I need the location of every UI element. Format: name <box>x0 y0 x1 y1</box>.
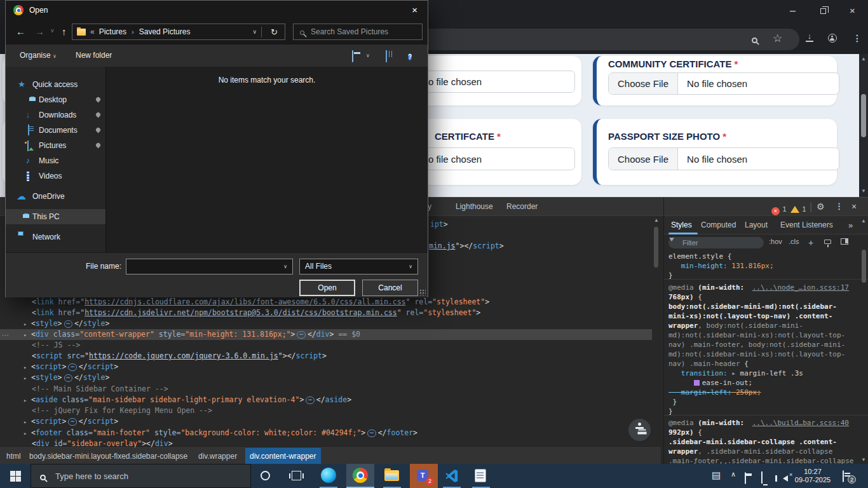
bookmark-star-icon[interactable]: ☆ <box>773 32 782 45</box>
scroll-up-icon[interactable]: ▲ <box>859 218 868 224</box>
clock[interactable]: 10:27 09-07-2025 <box>792 468 834 484</box>
code-line[interactable]: ▸<script>⋯</script> <box>0 362 652 372</box>
breadcrumb-body[interactable]: body.sidebar-mini.layout-fixed.sidebar-c… <box>29 452 187 461</box>
cls-toggle[interactable]: .cls <box>789 238 799 245</box>
style-line[interactable]: 768px) { <box>668 292 859 302</box>
error-icon[interactable]: × 1 <box>771 203 787 215</box>
code-line[interactable]: <script src="https://code.jquery.com/jqu… <box>0 351 652 362</box>
file-type-select[interactable]: All Files ∨ <box>299 259 418 274</box>
style-line[interactable]: 992px) { <box>668 428 859 437</box>
sidebar-item-onedrive[interactable]: ☁ OneDrive <box>6 189 105 204</box>
style-line[interactable]: @media (min-width:..\..\node_…ion.scss:1… <box>668 283 859 292</box>
view-dropdown-icon[interactable]: ∨ <box>366 53 370 58</box>
style-line[interactable]: nav) .main-footer, body:not(.sidebar-min… <box>668 340 859 349</box>
page-scrollbar[interactable]: ▲ ▼ <box>859 54 868 197</box>
file-list-area[interactable]: No items match your search. <box>105 67 428 252</box>
zoom-icon[interactable] <box>752 34 757 45</box>
style-line[interactable]: min-height: 131.816px; <box>668 261 859 271</box>
new-folder-button[interactable]: New folder <box>76 51 112 60</box>
code-line[interactable]: ▸<aside class="main-sidebar sidebar-ligh… <box>0 395 652 405</box>
choose-file-button[interactable]: Choose File <box>609 148 678 170</box>
code-line[interactable]: ▸<style>⋯</style> <box>0 372 652 383</box>
style-line[interactable]: nav) .main-header { <box>668 359 859 369</box>
tab-event-listeners[interactable]: Event Listeners <box>780 220 833 229</box>
devtools-menu-icon[interactable]: ⋮ <box>835 201 843 211</box>
style-line[interactable]: .sidebar-mini.sidebar-collapse .content- <box>668 437 859 447</box>
style-line[interactable]: body:not(.sidebar-mini-md):not(.sidebar- <box>668 302 859 311</box>
code-line[interactable]: <!-- JS --> <box>0 340 652 351</box>
network-icon[interactable] <box>761 472 763 484</box>
code-line[interactable]: ▸<script>⋯</script> <box>0 416 652 427</box>
styles-scrollbar-thumb[interactable] <box>862 250 866 283</box>
tab-layout[interactable]: Layout <box>745 220 768 229</box>
taskbar-chrome-icon[interactable] <box>346 464 374 488</box>
sidebar-item-desktop[interactable]: Desktop <box>6 92 105 107</box>
tab-lighthouse[interactable]: Lighthouse <box>456 202 493 211</box>
scroll-down-icon[interactable]: ▼ <box>859 188 868 194</box>
file-input-community[interactable]: Choose File No file chosen <box>608 72 839 95</box>
battery-icon[interactable] <box>745 473 746 484</box>
breadcrumb-bar[interactable]: « Pictures › Saved Pictures ∨ ↻ <box>72 24 285 40</box>
view-mode-icon[interactable] <box>352 50 353 62</box>
new-style-rule-icon[interactable]: + <box>808 238 813 248</box>
browser-menu-icon[interactable]: ⋮ <box>853 33 862 43</box>
breadcrumb-dropdown-icon[interactable]: ∨ <box>252 29 257 35</box>
window-close-button[interactable]: × <box>850 6 855 15</box>
breadcrumb-wrapper[interactable]: div.wrapper <box>198 452 237 461</box>
sidebar-toggle-icon[interactable] <box>841 238 848 245</box>
sidebar-item-network[interactable]: Network <box>6 229 105 245</box>
devtools-settings-icon[interactable]: ⚙ <box>817 201 825 212</box>
code-line-selected[interactable]: ▸<div class="content-wrapper" style="min… <box>0 329 652 340</box>
style-line[interactable]: mini-xs):not(.layout-top-nav) .content- <box>668 311 859 321</box>
breadcrumb-pictures[interactable]: Pictures <box>99 27 126 36</box>
action-center-icon[interactable]: 2 <box>843 471 844 482</box>
styles-filter-input[interactable]: Filter <box>668 237 764 248</box>
profile-icon[interactable] <box>828 34 837 45</box>
breadcrumb-guillemet[interactable]: « <box>90 27 95 36</box>
warning-icon[interactable]: 1 <box>790 203 806 214</box>
sidebar-item-videos[interactable]: Videos <box>6 168 105 184</box>
taskbar-explorer-icon[interactable] <box>378 464 406 488</box>
style-line[interactable]: element.style { <box>668 252 859 261</box>
code-line[interactable]: <link href="https://cdnjs.cloudflare.com… <box>0 297 652 308</box>
style-line[interactable]: } <box>668 397 859 407</box>
sidebar-item-quick-access[interactable]: ★ Quick access <box>6 77 105 92</box>
tray-expand-icon[interactable]: ∧ <box>731 470 736 478</box>
style-line[interactable]: @media (min-width:..\..\build…bar.scss:4… <box>668 418 859 428</box>
window-restore-button[interactable] <box>820 8 826 14</box>
style-line[interactable]: wrapper, body:not(.sidebar-mini- <box>668 321 859 330</box>
code-line[interactable]: <link href="https://cdn.jsdelivr.net/npm… <box>0 308 652 318</box>
cortana-button[interactable] <box>251 464 281 488</box>
cancel-button[interactable]: Cancel <box>362 280 418 296</box>
sidebar-item-pictures[interactable]: Pictures <box>6 138 105 153</box>
breadcrumb-html[interactable]: html <box>6 452 21 461</box>
file-name-input[interactable]: ∨ <box>126 259 293 274</box>
rendering-icon[interactable] <box>824 238 831 245</box>
style-line[interactable]: md):not(.sidebar-mini-xs):not(.layout-to… <box>668 349 859 359</box>
start-button[interactable] <box>0 464 31 488</box>
scroll-up-icon[interactable]: ▲ <box>859 56 868 62</box>
sidebar-item-downloads[interactable]: ↓ Downloads <box>6 107 105 123</box>
dialog-close-icon[interactable]: × <box>412 4 417 15</box>
forward-icon[interactable]: → <box>35 26 44 37</box>
window-minimize-button[interactable]: – <box>790 6 796 15</box>
resize-grip[interactable] <box>419 289 426 295</box>
recent-locations-icon[interactable]: ∨ <box>50 27 55 34</box>
taskbar-search-input[interactable]: Type here to search <box>31 464 251 488</box>
code-line[interactable]: ▸<style>⋯</style> <box>0 318 652 329</box>
widgets-icon[interactable]: ▤ <box>712 470 721 481</box>
elements-scrollbar[interactable]: ▲ <box>652 216 661 447</box>
style-line[interactable]: margin-left: 250px; <box>668 388 859 397</box>
sidebar-item-this-pc[interactable]: This PC <box>6 209 105 224</box>
taskbar-notepad-icon[interactable] <box>467 464 495 488</box>
dialog-search-input[interactable]: Search Saved Pictures <box>293 24 423 40</box>
taskbar-edge-icon[interactable] <box>315 464 342 488</box>
style-line[interactable]: ease-in-out; <box>668 378 859 388</box>
back-icon[interactable]: ← <box>16 26 25 37</box>
sidebar-item-music[interactable]: ♪ Music <box>6 153 105 168</box>
code-line[interactable]: ▸<footer class="main-footer" style="back… <box>0 428 652 438</box>
up-icon[interactable]: ↑ <box>62 26 67 37</box>
scrollbar-thumb[interactable] <box>861 94 866 137</box>
help-icon[interactable]: ? <box>408 50 412 62</box>
choose-file-button[interactable]: Choose File <box>609 73 678 94</box>
